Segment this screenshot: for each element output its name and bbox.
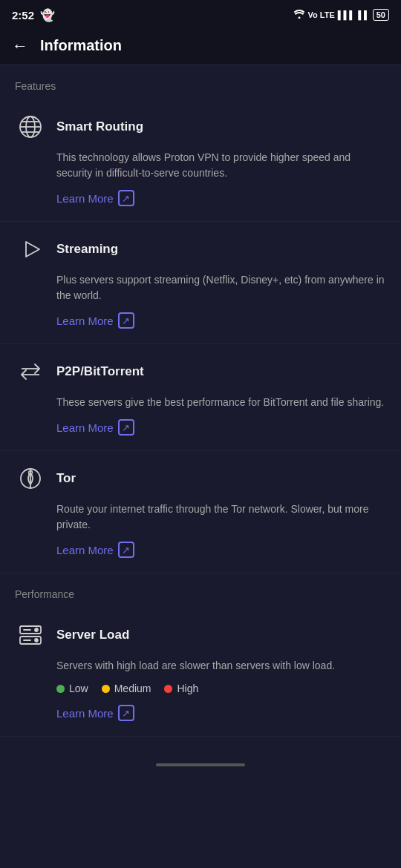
streaming-name: Streaming [56,242,118,257]
tor-icon [15,463,46,494]
p2p-external-link-icon: ↗ [118,419,134,435]
load-medium: Medium [102,683,151,694]
medium-dot [102,685,110,693]
streaming-external-link-icon: ↗ [118,312,134,329]
signal-text: Vo LTE [308,10,335,19]
p2p-name: P2P/BitTorrent [56,364,144,379]
high-dot [164,685,172,693]
high-label: High [177,683,198,694]
smart-routing-learn-more[interactable]: Learn More ↗ [15,190,134,206]
low-dot [56,685,65,693]
tor-learn-more[interactable]: Learn More ↗ [15,542,134,558]
server-load-learn-more[interactable]: Learn More ↗ [15,705,134,721]
smart-routing-learn-more-label: Learn More [56,192,114,205]
status-right: Vo LTE ▌▌▌ ▌▌ 50 [293,9,390,21]
play-icon [15,234,46,265]
server-load-header: Server Load [15,619,386,651]
battery-indicator: 50 [373,9,389,21]
header: ← Information [0,27,401,65]
tor-external-link-icon: ↗ [118,542,134,558]
arrows-icon [15,356,46,387]
medium-label: Medium [114,683,151,694]
back-button[interactable]: ← [12,38,28,54]
features-section-label: Features [0,65,401,99]
server-load-external-link-icon: ↗ [118,705,134,721]
server-load-desc: Servers with high load are slower than s… [15,658,386,674]
smart-routing-desc: This technology allows Proton VPN to pro… [15,150,386,181]
server-load-name: Server Load [56,628,129,642]
smart-routing-name: Smart Routing [56,119,143,134]
performance-section-label: Performance [0,573,401,608]
smart-routing-header: Smart Routing [15,111,386,142]
status-left: 2:52 👻 [12,8,55,22]
tor-learn-more-label: Learn More [56,544,114,556]
streaming-item: Streaming Plus servers support streaming… [0,222,401,344]
svg-point-11 [35,639,38,642]
load-high: High [164,683,198,694]
p2p-item: P2P/BitTorrent These servers give the be… [0,344,401,451]
signal2-icon: ▌▌ [358,10,370,19]
p2p-learn-more-label: Learn More [56,421,114,434]
server-icon [15,619,46,651]
streaming-desc: Plus servers support streaming (Netflix,… [15,272,386,303]
streaming-header: Streaming [15,234,386,265]
load-indicators: Low Medium High [15,683,386,694]
tor-item: Tor Route your internet traffic through … [0,451,401,573]
status-bar: 2:52 👻 Vo LTE ▌▌▌ ▌▌ 50 [0,0,401,27]
p2p-desc: These servers give the best performance … [15,395,386,410]
ghost-icon: 👻 [40,8,55,22]
smart-routing-external-link-icon: ↗ [118,190,134,206]
page-title: Information [40,37,122,54]
streaming-learn-more[interactable]: Learn More ↗ [15,312,134,329]
time-display: 2:52 [12,9,34,22]
low-label: Low [69,683,88,694]
tor-name: Tor [56,471,76,486]
bars-icon: ▌▌▌ [338,10,355,19]
content-area: Features Smart Routing This technology a… [0,65,401,754]
smart-routing-item: Smart Routing This technology allows Pro… [0,99,401,222]
p2p-learn-more[interactable]: Learn More ↗ [15,419,134,435]
p2p-header: P2P/BitTorrent [15,356,386,387]
wifi-icon [293,10,305,20]
bottom-line [156,763,245,766]
streaming-learn-more-label: Learn More [56,315,114,327]
load-low: Low [56,683,88,694]
globe-icon [15,111,46,142]
server-load-item: Server Load Servers with high load are s… [0,608,401,737]
tor-header: Tor [15,463,386,494]
svg-point-10 [35,628,38,631]
tor-desc: Route your internet traffic through the … [15,502,386,533]
server-load-learn-more-label: Learn More [56,707,114,720]
svg-marker-5 [26,242,39,257]
bottom-bar [0,754,401,775]
